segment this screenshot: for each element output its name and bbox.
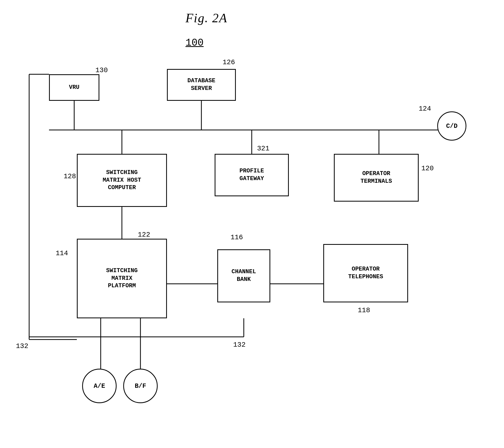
ref-132a: 132: [16, 342, 28, 350]
cd-ref: 124: [419, 105, 431, 113]
cd-circle: C/D: [437, 111, 466, 141]
channel-bank-ref: 116: [231, 233, 243, 241]
operator-terminals-box: OPERATORTERMINALS: [334, 154, 419, 202]
bf-circle: B/F: [123, 369, 158, 403]
operator-telephones-ref: 118: [358, 306, 370, 314]
ae-circle: A/E: [82, 369, 117, 403]
database-server-box: DATABASESERVER: [167, 69, 236, 101]
channel-bank-box: CHANNELBANK: [217, 249, 270, 302]
ref-100-label: 100: [185, 37, 204, 49]
profile-gateway-ref: 321: [257, 145, 269, 153]
ref-132b: 132: [233, 341, 246, 349]
database-server-ref: 126: [223, 58, 235, 66]
diagram-container: Fig. 2A 100 VRU 130 DATABASESERVER 126 S…: [0, 0, 504, 448]
switching-matrix-host-ref: 128: [64, 172, 76, 180]
switching-matrix-platform-ref: 114: [56, 249, 68, 257]
diagram-lines: [0, 0, 504, 448]
switching-matrix-platform-box: SWITCHINGMATRIXPLATFORM: [77, 239, 167, 318]
vru-ref-label: 130: [95, 66, 108, 74]
operator-terminals-ref: 120: [421, 164, 434, 172]
figure-title: Fig. 2A: [185, 11, 227, 25]
vru-box: VRU: [49, 74, 99, 101]
operator-telephones-box: OPERATORTELEPHONES: [323, 244, 408, 302]
switching-matrix-host-box: SWITCHINGMATRIX HOSTCOMPUTER: [77, 154, 167, 207]
ref-122: 122: [138, 231, 150, 239]
profile-gateway-box: PROFILEGATEWAY: [215, 154, 289, 196]
